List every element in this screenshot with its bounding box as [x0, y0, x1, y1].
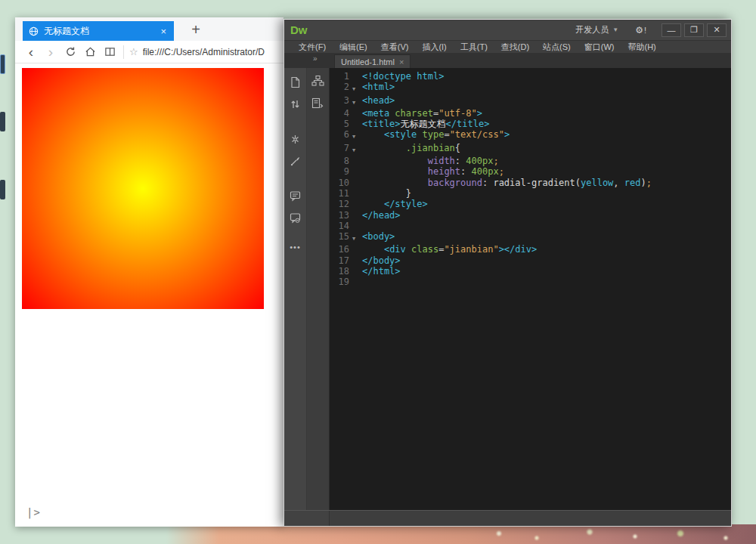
code-text: <head> — [362, 95, 731, 108]
code-text: </style> — [362, 199, 731, 209]
code-text: </html> — [362, 266, 731, 277]
code-line[interactable]: 14 — [330, 221, 731, 231]
line-number: 2 — [330, 82, 352, 94]
code-editor[interactable]: 1<!doctype html>2▼<html>3▼<head>4<meta c… — [330, 68, 731, 510]
code-line[interactable]: 6▼ <style type="text/css"> — [330, 129, 731, 142]
browser-tab[interactable]: 无标题文档 × — [23, 21, 174, 41]
gear-icon: ⚙ — [635, 25, 643, 36]
document-tab-name: Untitled-1.html — [341, 57, 395, 66]
code-line[interactable]: 11 } — [330, 188, 731, 199]
desktop-icon[interactable] — [0, 180, 5, 199]
close-button[interactable]: ✕ — [707, 23, 727, 37]
code-text: <body> — [362, 231, 731, 244]
code-text: .jianbian{ — [362, 143, 731, 156]
code-text: </head> — [362, 210, 731, 221]
code-text: } — [362, 188, 731, 199]
line-number: 14 — [330, 221, 352, 231]
fold-arrow-icon — [352, 244, 362, 255]
code-line[interactable]: 13</head> — [330, 210, 731, 221]
dw-document-tab-bar: » Untitled-1.html × — [284, 54, 731, 68]
menu-item-6[interactable]: 站点(S) — [536, 42, 578, 53]
code-text: </body> — [362, 255, 731, 266]
code-line[interactable]: 17</body> — [330, 255, 731, 266]
apply-comment-icon[interactable] — [289, 189, 302, 202]
menu-item-2[interactable]: 查看(V) — [374, 42, 416, 53]
minimize-button[interactable]: — — [662, 23, 681, 37]
line-number: 13 — [330, 210, 352, 221]
line-number: 1 — [330, 71, 352, 82]
menu-item-3[interactable]: 插入(I) — [415, 42, 453, 53]
line-number: 5 — [330, 119, 352, 129]
code-line[interactable]: 8 width: 400px; — [330, 156, 731, 166]
forward-icon[interactable]: › — [41, 45, 60, 59]
radial-gradient-square — [22, 68, 264, 309]
reading-list-icon[interactable] — [100, 46, 119, 57]
home-icon[interactable] — [80, 46, 100, 57]
code-line[interactable]: 9 height: 400px; — [330, 166, 731, 177]
dw-panel-dock — [307, 68, 330, 510]
code-line[interactable]: 1<!doctype html> — [330, 71, 731, 82]
code-lines: 1<!doctype html>2▼<html>3▼<head>4<meta c… — [330, 71, 731, 288]
tab-close-icon[interactable]: × — [159, 26, 168, 37]
sync-settings-button[interactable]: ⚙! — [624, 25, 654, 36]
fold-arrow-icon — [352, 266, 362, 277]
line-number: 19 — [330, 277, 352, 287]
code-line[interactable]: 18</html> — [330, 266, 731, 277]
code-line[interactable]: 5<title>无标题文档</title> — [330, 119, 731, 129]
document-tab[interactable]: Untitled-1.html × — [334, 54, 411, 68]
workspace-switcher[interactable]: 开发人员 ▼ — [569, 22, 624, 38]
refresh-icon[interactable] — [60, 46, 80, 57]
address-bar[interactable]: file:///C:/Users/Administrator/D — [143, 47, 277, 57]
code-line[interactable]: 7▼ .jianbian{ — [330, 143, 731, 156]
desktop-wallpaper-flowers — [181, 524, 756, 544]
format-source-icon[interactable] — [289, 154, 302, 168]
open-documents-icon[interactable] — [289, 76, 302, 89]
desktop-icon[interactable] — [0, 112, 5, 131]
menu-item-4[interactable]: 工具(T) — [454, 42, 494, 53]
menu-item-7[interactable]: 窗口(W) — [578, 42, 621, 53]
code-line[interactable]: 4<meta charset="utf-8"> — [330, 108, 731, 119]
fold-arrow-icon[interactable]: ▼ — [352, 143, 362, 156]
file-management-icon[interactable] — [289, 97, 302, 111]
new-tab-button[interactable]: + — [184, 19, 207, 40]
browser-viewport: |> — [15, 63, 284, 526]
tab-close-icon[interactable]: × — [399, 57, 404, 66]
toolbar-more-icon[interactable]: ••• — [290, 246, 301, 249]
fold-arrow-icon[interactable]: ▼ — [352, 231, 362, 244]
code-line[interactable]: 10 background: radial-gradient(yellow, r… — [330, 178, 731, 188]
menu-item-5[interactable]: 查找(D) — [494, 42, 536, 53]
code-line[interactable]: 16 <div class="jianbian"></div> — [330, 244, 731, 255]
menu-item-8[interactable]: 帮助(H) — [621, 42, 663, 53]
fold-arrow-icon[interactable]: ▼ — [352, 129, 362, 142]
fold-arrow-icon — [352, 108, 362, 119]
code-line[interactable]: 2▼<html> — [330, 82, 731, 94]
code-line[interactable]: 15▼<body> — [330, 231, 731, 244]
menu-item-0[interactable]: 文件(F) — [292, 42, 333, 53]
favorite-star-icon[interactable]: ☆ — [129, 46, 138, 57]
linting-icon[interactable] — [289, 132, 302, 146]
dom-panel-icon[interactable] — [311, 74, 325, 88]
remove-comment-icon[interactable] — [289, 211, 302, 224]
code-line[interactable]: 19 — [330, 277, 731, 287]
back-icon[interactable]: ‹ — [21, 45, 41, 59]
code-line[interactable]: 3▼<head> — [330, 95, 731, 108]
fold-arrow-icon[interactable]: ▼ — [352, 82, 362, 94]
line-number: 4 — [330, 108, 352, 119]
fold-arrow-icon — [352, 71, 362, 82]
menu-item-1[interactable]: 编辑(E) — [333, 42, 374, 53]
maximize-button[interactable]: ❐ — [684, 23, 704, 37]
code-text — [362, 277, 731, 287]
code-text: <html> — [362, 82, 731, 94]
tab-overflow-icon[interactable]: » — [313, 54, 318, 63]
dw-title-bar: Dw 开发人员 ▼ ⚙! — ❐ ✕ — [284, 20, 731, 40]
snippets-panel-icon[interactable] — [311, 97, 325, 110]
line-number: 18 — [330, 266, 352, 277]
fold-arrow-icon[interactable]: ▼ — [352, 95, 362, 108]
sidebar-expand-glyph[interactable]: |> — [26, 506, 41, 518]
desktop-icon[interactable] — [0, 54, 5, 74]
code-text: width: 400px; — [362, 156, 731, 166]
dw-common-toolbar: ••• — [284, 68, 307, 510]
fold-arrow-icon — [352, 199, 362, 209]
code-text: <style type="text/css"> — [362, 129, 731, 142]
code-line[interactable]: 12 </style> — [330, 199, 731, 209]
